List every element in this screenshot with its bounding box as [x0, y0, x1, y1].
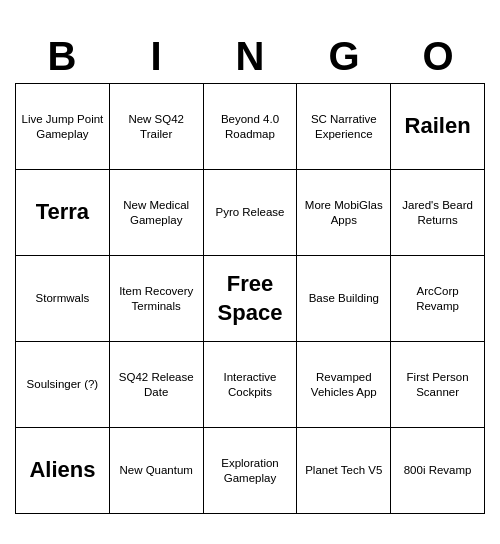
bingo-cell: ArcCorp Revamp [391, 256, 485, 342]
bingo-cell: Free Space [204, 256, 298, 342]
bingo-cell: Soulsinger (?) [16, 342, 110, 428]
bingo-cell: Exploration Gameplay [204, 428, 298, 514]
bingo-cell: Beyond 4.0 Roadmap [204, 84, 298, 170]
bingo-cell: SQ42 Release Date [110, 342, 204, 428]
bingo-letter: B [15, 30, 109, 83]
bingo-cell: 800i Revamp [391, 428, 485, 514]
bingo-cell: First Person Scanner [391, 342, 485, 428]
bingo-cell: Revamped Vehicles App [297, 342, 391, 428]
bingo-cell: Interactive Cockpits [204, 342, 298, 428]
bingo-header: BINGO [15, 30, 485, 83]
bingo-cell: Pyro Release [204, 170, 298, 256]
bingo-cell: Aliens [16, 428, 110, 514]
bingo-cell: More MobiGlas Apps [297, 170, 391, 256]
bingo-letter: N [203, 30, 297, 83]
bingo-cell: New SQ42 Trailer [110, 84, 204, 170]
bingo-letter: G [297, 30, 391, 83]
bingo-cell: Planet Tech V5 [297, 428, 391, 514]
bingo-cell: Terra [16, 170, 110, 256]
bingo-cell: SC Narrative Experience [297, 84, 391, 170]
bingo-cell: Item Recovery Terminals [110, 256, 204, 342]
bingo-grid: Live Jump Point GameplayNew SQ42 Trailer… [15, 83, 485, 514]
bingo-letter: O [391, 30, 485, 83]
bingo-card: BINGO Live Jump Point GameplayNew SQ42 T… [15, 30, 485, 514]
bingo-cell: Base Building [297, 256, 391, 342]
bingo-cell: Jared's Beard Returns [391, 170, 485, 256]
bingo-cell: Railen [391, 84, 485, 170]
bingo-cell: New Quantum [110, 428, 204, 514]
bingo-cell: New Medical Gameplay [110, 170, 204, 256]
bingo-cell: Live Jump Point Gameplay [16, 84, 110, 170]
bingo-cell: Stormwals [16, 256, 110, 342]
bingo-letter: I [109, 30, 203, 83]
